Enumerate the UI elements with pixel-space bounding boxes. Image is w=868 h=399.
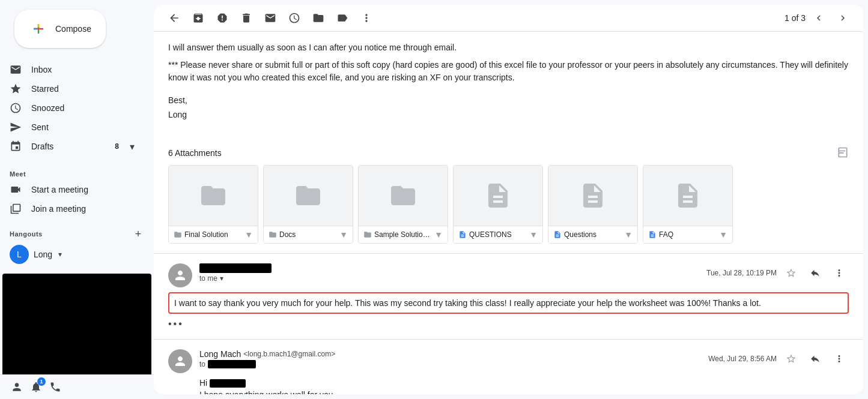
email-warning-text: *** Please never share or submit full or…	[168, 59, 849, 84]
more-button-2[interactable]	[830, 263, 849, 283]
sidebar-item-snoozed[interactable]: Snoozed	[0, 98, 144, 118]
sent-label: Sent	[31, 122, 135, 132]
attachment-sample-solution[interactable]: Sample Solution (L... ▼	[358, 165, 448, 244]
signature-line1: Best,	[168, 94, 849, 108]
sender-avatar-3	[168, 349, 192, 373]
attachment-arrow-3: ▼	[434, 230, 443, 239]
to-name-redacted-3	[208, 360, 256, 368]
email-to-label-3: to	[199, 360, 205, 368]
sender-name-redacted-2	[199, 263, 272, 273]
mark-unread-button[interactable]	[259, 7, 281, 29]
prev-page-button[interactable]	[808, 7, 830, 29]
attachment-questions-2[interactable]: Questions ▼	[548, 165, 638, 244]
attachment-name-5: Questions	[564, 230, 622, 239]
attachment-questions[interactable]: QUESTIONS ▼	[453, 165, 543, 244]
attachment-preview-3	[359, 166, 448, 226]
sidebar-item-starred[interactable]: Starred	[0, 79, 144, 98]
highlighted-message-text: I want to say thank you very much for yo…	[174, 298, 761, 308]
join-meeting-item[interactable]: Join a meeting	[0, 199, 144, 218]
join-icon	[10, 203, 22, 215]
drafts-label: Drafts	[31, 142, 105, 151]
attachment-name-2: Docs	[279, 230, 337, 239]
doc-icon-5	[553, 230, 562, 239]
folder-icon-2	[269, 230, 277, 239]
main-content: 1 of 3 I will answer them usually as soo…	[154, 5, 863, 394]
next-page-button[interactable]	[832, 7, 854, 29]
compose-icon	[29, 19, 48, 38]
attachment-faq[interactable]: FAQ ▼	[643, 165, 733, 244]
video-icon	[10, 184, 22, 196]
reply-button-3[interactable]	[806, 349, 825, 368]
attachment-arrow-6: ▼	[719, 230, 727, 239]
attachment-name-3: Sample Solution (L...	[374, 230, 432, 239]
attachment-name-6: FAQ	[659, 230, 717, 239]
attachment-arrow-2: ▼	[339, 230, 348, 239]
doc-icon-4	[458, 230, 467, 239]
salutation-hi: Hi	[199, 378, 210, 388]
reply-button-2[interactable]	[806, 263, 825, 283]
compose-label: Compose	[55, 24, 91, 34]
email-message-2: to me ▾ Tue, Jul 28, 10:19 PM	[154, 254, 863, 340]
report-spam-button[interactable]	[211, 7, 233, 29]
compose-button[interactable]: Compose	[14, 10, 106, 48]
snooze-button[interactable]	[284, 7, 305, 29]
notification-badge: 1	[37, 377, 46, 386]
notification-icon[interactable]: 1	[29, 380, 43, 394]
start-meeting-item[interactable]: Start a meeting	[0, 180, 144, 199]
attachment-name-4: QUESTIONS	[469, 230, 527, 239]
attachment-preview-4	[454, 166, 542, 226]
attachment-preview-6	[643, 166, 732, 226]
attachments-title: 6 Attachments	[168, 148, 222, 158]
email-time-3: Wed, Jul 29, 8:56 AM	[708, 355, 777, 363]
hangout-user-item[interactable]: L Long ▾	[10, 242, 144, 266]
email-toolbar: 1 of 3	[154, 5, 863, 32]
delete-button[interactable]	[235, 7, 257, 29]
more-button[interactable]	[356, 7, 377, 29]
message-3-body: Hi I hope everything works well for you.…	[168, 378, 849, 394]
sidebar-item-sent[interactable]: Sent	[0, 118, 144, 137]
drafts-expand-icon[interactable]: ▾	[130, 141, 135, 152]
attachment-name-1: Final Solution	[184, 230, 242, 239]
back-button[interactable]	[163, 7, 185, 29]
folder-icon	[174, 230, 182, 239]
star-button-3[interactable]	[782, 349, 801, 368]
email-text-1: I will answer them usually as soon as I …	[168, 41, 849, 54]
message-3-line1: I hope everything works well for you.	[199, 390, 849, 394]
start-meeting-label: Start a meeting	[31, 185, 88, 194]
drafts-badge: 8	[115, 142, 119, 151]
bottom-bar: 1	[0, 374, 154, 399]
star-button-2[interactable]	[782, 263, 801, 283]
sender-avatar-2	[168, 263, 192, 287]
attachment-docs[interactable]: Docs ▼	[263, 165, 353, 244]
attachments-section: 6 Attachments Final Solution ▼	[154, 142, 863, 254]
attachment-preview-2	[264, 166, 353, 226]
snoozed-icon	[10, 102, 22, 114]
label-as-button[interactable]	[332, 7, 353, 29]
attachment-final-solution[interactable]: Final Solution ▼	[168, 165, 258, 244]
snoozed-label: Snoozed	[31, 103, 135, 113]
person-icon[interactable]	[10, 380, 24, 394]
folder-icon-3	[363, 230, 372, 239]
archive-button[interactable]	[187, 7, 209, 29]
inbox-label: Inbox	[31, 65, 135, 74]
highlighted-message: I want to say thank you very much for yo…	[168, 292, 849, 314]
sidebar-item-inbox[interactable]: Inbox	[0, 60, 144, 79]
phone-icon[interactable]	[48, 380, 62, 394]
sidebar-item-drafts[interactable]: Drafts 8 ▾	[0, 137, 144, 156]
email-signature-1: Best, Long	[168, 94, 849, 122]
drafts-icon	[10, 140, 22, 152]
starred-label: Starred	[31, 84, 135, 94]
sender-name-3: Long Mach	[199, 349, 241, 359]
attachment-arrow-1: ▼	[244, 230, 253, 239]
drive-icon	[837, 146, 849, 160]
to-expand-icon-2[interactable]: ▾	[220, 274, 223, 283]
hangout-user-name: Long	[34, 250, 52, 259]
pagination: 1 of 3	[785, 7, 854, 29]
move-to-button[interactable]	[308, 7, 329, 29]
attachment-preview	[169, 166, 258, 226]
more-button-3[interactable]	[830, 349, 849, 368]
pagination-text: 1 of 3	[785, 13, 806, 23]
hangout-avatar: L	[10, 245, 29, 264]
hangouts-add-button[interactable]: +	[132, 228, 144, 240]
ellipsis-2[interactable]: •••	[168, 319, 184, 329]
